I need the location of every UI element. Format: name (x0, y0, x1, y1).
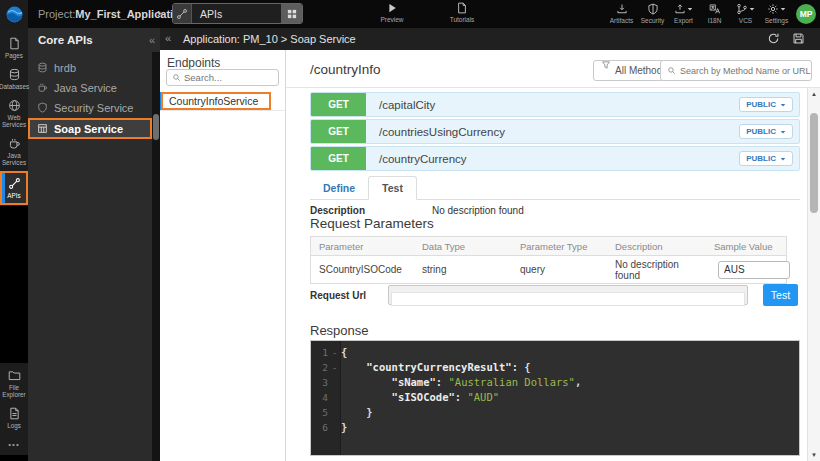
scroll-down-icon[interactable]: ▼ (808, 452, 820, 458)
tab-test[interactable]: Test (368, 176, 417, 200)
request-parameters-title: Request Parameters (310, 216, 434, 231)
endpoints-search-input[interactable] (184, 72, 264, 83)
core-api-java-service[interactable]: Java Service (28, 78, 152, 97)
menu-item-label: Settings (765, 17, 789, 24)
sidebar-item-label: Web Services (0, 114, 28, 128)
artifacts-icon (616, 3, 628, 15)
method-badge[interactable]: GET (311, 147, 366, 170)
sidebar-item-apis[interactable]: APIs (0, 171, 28, 205)
code-text: "countryCurrencyResult": { (341, 360, 531, 375)
tutorials-icon (456, 2, 468, 14)
caret-down-icon (779, 129, 786, 135)
tutorials-button[interactable]: Tutorials (438, 2, 486, 23)
sidebar-item-web-services[interactable]: Web Services (0, 95, 28, 132)
topbar-menu: ArtifactsSecurityExportI18NVCSSettings (606, 2, 792, 24)
logs-icon (8, 407, 21, 420)
endpoint-row[interactable]: GET/capitalCityPUBLIC (310, 92, 800, 117)
code-text: "sName": "Australian Dollars", (341, 375, 581, 390)
scroll-up-icon[interactable]: ▲ (808, 91, 820, 97)
access-button[interactable]: PUBLIC (739, 124, 793, 139)
access-button[interactable]: PUBLIC (739, 151, 793, 166)
code-text: } (341, 420, 347, 435)
fold-marker[interactable]: - (328, 345, 341, 360)
search-icon (172, 73, 181, 82)
tab-define[interactable]: Define (310, 177, 368, 199)
endpoint-item-countryinfoservice[interactable]: CountryInfoService (160, 92, 285, 111)
content-scrollbar[interactable]: ▲ ▼ (807, 88, 820, 461)
caret-down-icon (779, 156, 786, 162)
code-line: 5 } (311, 405, 799, 420)
response-code-editor[interactable]: 1-{2- "countryCurrencyResult": {3 "sName… (310, 340, 800, 456)
menu-settings[interactable]: Settings (761, 2, 792, 24)
request-url-frame (388, 285, 748, 305)
line-number: 1 (311, 345, 328, 360)
sidebar-item-label: Databases (0, 83, 29, 90)
core-panel-scrollbar[interactable] (152, 52, 160, 461)
test-button[interactable]: Test (763, 284, 798, 306)
project-name: My_First_Application (75, 8, 186, 20)
fold-spacer (328, 375, 341, 390)
endpoints-search (166, 69, 279, 86)
scrollbar-thumb[interactable] (810, 113, 818, 213)
caret-down-icon (686, 6, 693, 12)
code-text: { (341, 345, 347, 360)
database-icon (37, 62, 48, 73)
menu-item-label: Artifacts (610, 17, 633, 24)
save-button[interactable] (792, 32, 805, 45)
app-logo[interactable] (0, 0, 28, 28)
more-menu-icon[interactable]: ••• (0, 434, 28, 455)
method-badge[interactable]: GET (311, 93, 366, 116)
preview-button[interactable]: Preview (368, 2, 416, 23)
define-test-tabs: DefineTest (310, 177, 800, 200)
description-value: No description found (432, 205, 524, 216)
cell-description: No description found (607, 259, 706, 281)
menu-item-label: Security (641, 17, 664, 24)
menu-vcs[interactable]: VCS (730, 2, 761, 24)
tab-apis[interactable]: APIs (172, 3, 303, 24)
selected-indicator (160, 92, 163, 110)
project-breadcrumb[interactable]: Project:My_First_Application (38, 8, 187, 20)
sidebar-item-label: Java Services (0, 152, 28, 166)
java-icon (37, 82, 48, 93)
refresh-button[interactable] (767, 32, 780, 45)
endpoint-row[interactable]: GET/countryCurrencyPUBLIC (310, 146, 800, 171)
sample-value-input[interactable] (718, 261, 790, 279)
request-url-input[interactable] (391, 292, 745, 306)
top-bar: Project:My_First_Application › APIs Prev… (0, 0, 820, 28)
menu-i18n[interactable]: I18N (699, 2, 730, 24)
cell-sample-value (706, 261, 790, 279)
endpoint-row[interactable]: GET/countriesUsingCurrencyPUBLIC (310, 119, 800, 144)
collapse-endpoints-icon[interactable]: « (165, 32, 171, 44)
filter-icon (601, 60, 611, 70)
menu-export[interactable]: Export (668, 2, 699, 24)
core-api-soap-service[interactable]: Soap Service (28, 118, 152, 139)
sidebar-item-pages[interactable]: Pages (0, 33, 28, 63)
code-line: 4 "sISOCode": "AUD" (311, 390, 799, 405)
save-icon (792, 32, 805, 45)
core-api-hrdb[interactable]: hrdb (28, 58, 152, 77)
line-number: 4 (311, 390, 328, 405)
access-button[interactable]: PUBLIC (739, 97, 793, 112)
fold-marker[interactable]: - (328, 360, 341, 375)
fold-spacer (328, 405, 341, 420)
grid-icon[interactable] (281, 4, 302, 23)
sidebar-item-databases[interactable]: Databases (0, 64, 28, 94)
collapse-panel-icon[interactable]: « (149, 34, 155, 46)
menu-security[interactable]: Security (637, 2, 668, 24)
sidebar-item-file-explorer[interactable]: File Explorer (0, 365, 28, 402)
core-api-security-service[interactable]: Security Service (28, 98, 152, 117)
web-services-icon (8, 99, 21, 112)
avatar[interactable]: MP (796, 4, 816, 24)
sidebar-item-label: Logs (7, 422, 21, 429)
request-url-label: Request Url (310, 290, 366, 301)
sidebar-item-logs[interactable]: Logs (0, 403, 28, 433)
method-search-input[interactable] (680, 66, 811, 76)
request-parameters-table: ParameterData TypeParameter TypeDescript… (310, 236, 787, 284)
menu-artifacts[interactable]: Artifacts (606, 2, 637, 24)
api-icon (176, 8, 188, 20)
core-api-label: Java Service (54, 82, 117, 94)
method-badge[interactable]: GET (311, 120, 366, 143)
sidebar-item-java-services[interactable]: Java Services (0, 133, 28, 170)
scrollbar-thumb[interactable] (153, 114, 159, 140)
security-icon (647, 3, 659, 15)
